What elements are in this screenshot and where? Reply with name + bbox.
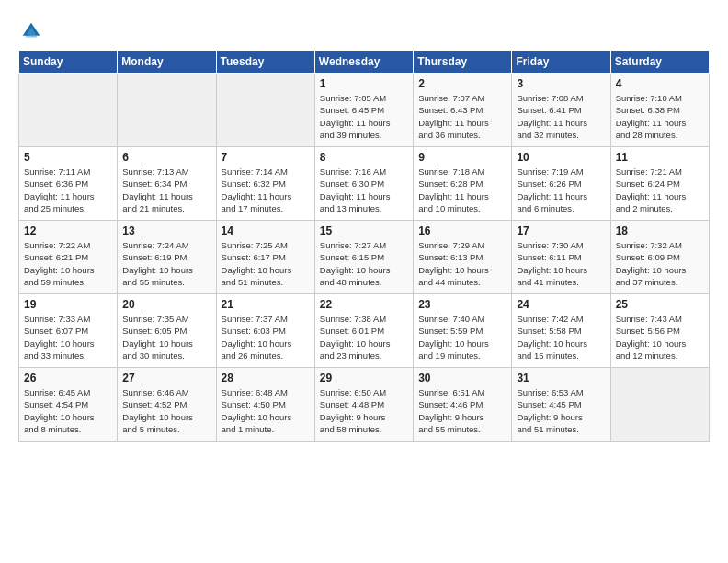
day-cell-31: 31Sunrise: 6:53 AMSunset: 4:45 PMDayligh… <box>512 368 610 442</box>
weekday-header-friday: Friday <box>512 51 610 74</box>
week-row-3: 12Sunrise: 7:22 AMSunset: 6:21 PMDayligh… <box>19 221 710 294</box>
day-info: Sunrise: 7:21 AMSunset: 6:24 PMDaylight:… <box>616 166 704 214</box>
day-number: 26 <box>24 372 112 385</box>
page-container: SundayMondayTuesdayWednesdayThursdayFrid… <box>0 0 728 451</box>
day-info: Sunrise: 7:18 AMSunset: 6:28 PMDaylight:… <box>418 166 506 214</box>
empty-cell <box>610 368 709 442</box>
day-info: Sunrise: 7:11 AMSunset: 6:36 PMDaylight:… <box>24 166 112 214</box>
day-info: Sunrise: 7:29 AMSunset: 6:13 PMDaylight:… <box>418 239 506 288</box>
day-info: Sunrise: 7:10 AMSunset: 6:38 PMDaylight:… <box>616 92 704 141</box>
day-cell-30: 30Sunrise: 6:51 AMSunset: 4:46 PMDayligh… <box>414 368 512 442</box>
day-cell-3: 3Sunrise: 7:08 AMSunset: 6:41 PMDaylight… <box>512 74 610 147</box>
day-info: Sunrise: 7:32 AMSunset: 6:09 PMDaylight:… <box>616 239 704 288</box>
weekday-header-monday: Monday <box>118 51 216 74</box>
day-number: 20 <box>122 298 210 311</box>
day-info: Sunrise: 7:08 AMSunset: 6:41 PMDaylight:… <box>517 92 605 141</box>
day-number: 7 <box>222 151 310 164</box>
day-cell-25: 25Sunrise: 7:43 AMSunset: 5:56 PMDayligh… <box>610 294 709 368</box>
day-number: 31 <box>517 372 605 385</box>
weekday-header-saturday: Saturday <box>610 51 709 74</box>
day-number: 4 <box>616 77 704 90</box>
day-cell-19: 19Sunrise: 7:33 AMSunset: 6:07 PMDayligh… <box>19 294 118 368</box>
day-info: Sunrise: 7:07 AMSunset: 6:43 PMDaylight:… <box>418 92 506 141</box>
day-number: 21 <box>222 298 310 311</box>
day-number: 30 <box>418 372 506 385</box>
day-cell-17: 17Sunrise: 7:30 AMSunset: 6:11 PMDayligh… <box>512 221 610 294</box>
day-number: 11 <box>616 151 704 164</box>
day-number: 18 <box>616 224 704 237</box>
day-info: Sunrise: 7:27 AMSunset: 6:15 PMDaylight:… <box>320 239 408 288</box>
day-number: 23 <box>418 298 506 311</box>
empty-cell <box>19 74 118 147</box>
day-cell-4: 4Sunrise: 7:10 AMSunset: 6:38 PMDaylight… <box>610 74 709 147</box>
day-number: 9 <box>418 151 506 164</box>
day-info: Sunrise: 7:42 AMSunset: 5:58 PMDaylight:… <box>517 313 605 362</box>
day-info: Sunrise: 7:22 AMSunset: 6:21 PMDaylight:… <box>24 239 112 288</box>
day-cell-9: 9Sunrise: 7:18 AMSunset: 6:28 PMDaylight… <box>414 147 512 221</box>
day-cell-8: 8Sunrise: 7:16 AMSunset: 6:30 PMDaylight… <box>314 147 413 221</box>
day-number: 19 <box>24 298 112 311</box>
day-info: Sunrise: 7:33 AMSunset: 6:07 PMDaylight:… <box>24 313 112 362</box>
day-number: 10 <box>517 151 605 164</box>
day-cell-6: 6Sunrise: 7:13 AMSunset: 6:34 PMDaylight… <box>118 147 216 221</box>
day-number: 1 <box>320 77 408 90</box>
day-cell-7: 7Sunrise: 7:14 AMSunset: 6:32 PMDaylight… <box>216 147 314 221</box>
day-number: 8 <box>320 151 408 164</box>
week-row-5: 26Sunrise: 6:45 AMSunset: 4:54 PMDayligh… <box>19 368 710 442</box>
day-cell-1: 1Sunrise: 7:05 AMSunset: 6:45 PMDaylight… <box>314 74 413 147</box>
week-row-2: 5Sunrise: 7:11 AMSunset: 6:36 PMDaylight… <box>19 147 710 221</box>
day-cell-12: 12Sunrise: 7:22 AMSunset: 6:21 PMDayligh… <box>19 221 118 294</box>
day-info: Sunrise: 7:43 AMSunset: 5:56 PMDaylight:… <box>616 313 704 362</box>
day-info: Sunrise: 6:53 AMSunset: 4:45 PMDaylight:… <box>517 386 605 435</box>
day-cell-24: 24Sunrise: 7:42 AMSunset: 5:58 PMDayligh… <box>512 294 610 368</box>
day-cell-13: 13Sunrise: 7:24 AMSunset: 6:19 PMDayligh… <box>118 221 216 294</box>
week-row-1: 1Sunrise: 7:05 AMSunset: 6:45 PMDaylight… <box>19 74 710 147</box>
day-cell-2: 2Sunrise: 7:07 AMSunset: 6:43 PMDaylight… <box>414 74 512 147</box>
day-info: Sunrise: 7:30 AMSunset: 6:11 PMDaylight:… <box>517 239 605 288</box>
day-cell-21: 21Sunrise: 7:37 AMSunset: 6:03 PMDayligh… <box>216 294 314 368</box>
weekday-header-row: SundayMondayTuesdayWednesdayThursdayFrid… <box>19 51 710 74</box>
day-info: Sunrise: 7:38 AMSunset: 6:01 PMDaylight:… <box>320 313 408 362</box>
day-number: 24 <box>517 298 605 311</box>
day-info: Sunrise: 6:45 AMSunset: 4:54 PMDaylight:… <box>24 386 112 435</box>
day-number: 12 <box>24 224 112 237</box>
day-info: Sunrise: 6:46 AMSunset: 4:52 PMDaylight:… <box>122 386 210 435</box>
day-number: 2 <box>418 77 506 90</box>
day-cell-27: 27Sunrise: 6:46 AMSunset: 4:52 PMDayligh… <box>118 368 216 442</box>
calendar: SundayMondayTuesdayWednesdayThursdayFrid… <box>18 50 710 442</box>
day-cell-23: 23Sunrise: 7:40 AMSunset: 5:59 PMDayligh… <box>414 294 512 368</box>
day-number: 29 <box>320 372 408 385</box>
day-cell-11: 11Sunrise: 7:21 AMSunset: 6:24 PMDayligh… <box>610 147 709 221</box>
weekday-header-sunday: Sunday <box>19 51 118 74</box>
day-cell-29: 29Sunrise: 6:50 AMSunset: 4:48 PMDayligh… <box>314 368 413 442</box>
day-info: Sunrise: 7:40 AMSunset: 5:59 PMDaylight:… <box>418 313 506 362</box>
day-cell-16: 16Sunrise: 7:29 AMSunset: 6:13 PMDayligh… <box>414 221 512 294</box>
day-number: 27 <box>122 372 210 385</box>
week-row-4: 19Sunrise: 7:33 AMSunset: 6:07 PMDayligh… <box>19 294 710 368</box>
header <box>18 18 710 44</box>
day-number: 14 <box>222 224 310 237</box>
day-cell-26: 26Sunrise: 6:45 AMSunset: 4:54 PMDayligh… <box>19 368 118 442</box>
day-cell-15: 15Sunrise: 7:27 AMSunset: 6:15 PMDayligh… <box>314 221 413 294</box>
day-number: 28 <box>222 372 310 385</box>
day-info: Sunrise: 6:48 AMSunset: 4:50 PMDaylight:… <box>222 386 310 435</box>
day-info: Sunrise: 6:50 AMSunset: 4:48 PMDaylight:… <box>320 386 408 435</box>
day-info: Sunrise: 7:05 AMSunset: 6:45 PMDaylight:… <box>320 92 408 141</box>
empty-cell <box>118 74 216 147</box>
weekday-header-thursday: Thursday <box>414 51 512 74</box>
day-info: Sunrise: 7:13 AMSunset: 6:34 PMDaylight:… <box>122 166 210 214</box>
weekday-header-tuesday: Tuesday <box>216 51 314 74</box>
day-cell-18: 18Sunrise: 7:32 AMSunset: 6:09 PMDayligh… <box>610 221 709 294</box>
day-number: 5 <box>24 151 112 164</box>
day-cell-5: 5Sunrise: 7:11 AMSunset: 6:36 PMDaylight… <box>19 147 118 221</box>
logo <box>18 18 48 44</box>
weekday-header-wednesday: Wednesday <box>314 51 413 74</box>
logo-icon <box>18 18 44 44</box>
day-number: 25 <box>616 298 704 311</box>
empty-cell <box>216 74 314 147</box>
day-number: 22 <box>320 298 408 311</box>
day-cell-14: 14Sunrise: 7:25 AMSunset: 6:17 PMDayligh… <box>216 221 314 294</box>
day-number: 15 <box>320 224 408 237</box>
day-cell-28: 28Sunrise: 6:48 AMSunset: 4:50 PMDayligh… <box>216 368 314 442</box>
day-info: Sunrise: 7:37 AMSunset: 6:03 PMDaylight:… <box>222 313 310 362</box>
